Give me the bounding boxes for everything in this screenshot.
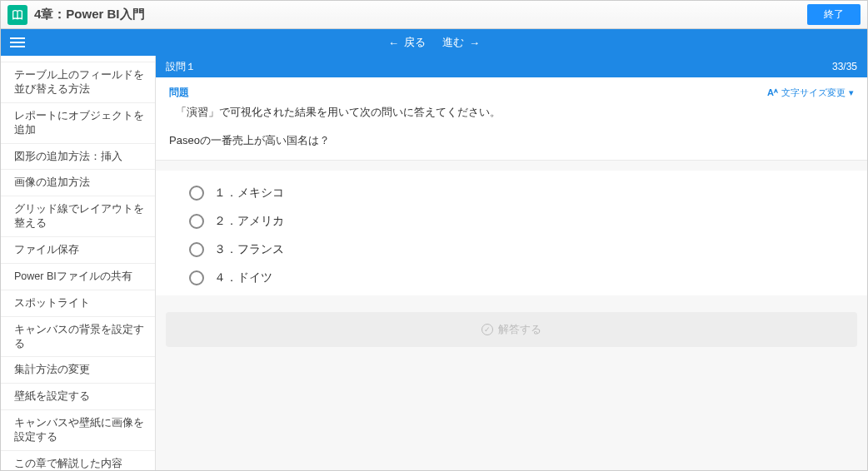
sidebar-item-label: ファイル保存 (14, 244, 79, 255)
titlebar: 4章：Power BI入門 終了 (1, 1, 867, 29)
nav-center: ← 戻る 進む → (388, 35, 480, 50)
sidebar-item[interactable]: 集計方法の変更 (1, 357, 155, 384)
option-label: １．メキシコ (214, 186, 284, 201)
sidebar-item[interactable]: キャンバスの背景を設定する (1, 317, 155, 358)
chevron-down-icon: ▾ (849, 87, 854, 98)
arrow-right-icon[interactable]: → (469, 37, 480, 49)
question-head: 問題 Aᴬ 文字サイズ変更 ▾ (169, 86, 854, 100)
sidebar-item-label: Power BIファイルの共有 (14, 270, 132, 282)
option-label: ３．フランス (214, 242, 284, 257)
answer-button-label: 解答する (498, 322, 541, 337)
sidebar-item-label: キャンバスや壁紙に画像を設定する (14, 417, 144, 443)
sidebar-item-label: グリッド線でレイアウトを整える (14, 203, 144, 229)
sidebar-item-label: 画像の追加方法 (14, 176, 90, 188)
sidebar-item[interactable]: キャンバスや壁紙に画像を設定する (1, 410, 155, 451)
hamburger-icon (10, 42, 25, 43)
question-prompt: 「演習」で可視化された結果を用いて次の問いに答えてください。 (176, 105, 854, 120)
radio-icon (189, 214, 204, 229)
option[interactable]: ２．アメリカ (189, 207, 861, 236)
sidebar-item[interactable]: 画像の追加方法 (1, 170, 155, 196)
text-size-icon: Aᴬ (767, 87, 778, 98)
text-size-toggle[interactable]: Aᴬ 文字サイズ変更 ▾ (767, 87, 854, 99)
option[interactable]: １．メキシコ (189, 179, 861, 207)
sidebar-item-label: この章で解説した内容 (14, 458, 122, 469)
sidebar-item-label: 集計方法の変更 (14, 364, 90, 375)
radio-icon (189, 270, 204, 285)
sidebar-item[interactable]: スポットライト (1, 290, 155, 317)
sidebar-item[interactable]: ファイル保存 (1, 237, 155, 264)
question-progress-bar: 設問１ 33/35 (156, 56, 867, 77)
sidebar-item-label: テーブル上のフィールドを並び替える方法 (14, 69, 144, 95)
sidebar-item[interactable]: レポートにオブジェクトを追加 (1, 103, 155, 144)
page-title: 4章：Power BI入門 (34, 7, 807, 22)
nav-forward-label[interactable]: 進む (442, 35, 464, 50)
sidebar-item-label: キャンバスの背景を設定する (14, 324, 144, 350)
text-size-label: 文字サイズ変更 (781, 87, 846, 99)
option-label: ２．アメリカ (214, 214, 284, 229)
question-section-label: 問題 (169, 86, 767, 100)
sidebar-item-label: 図形の追加方法：挿入 (14, 151, 122, 162)
option-label: ４．ドイツ (214, 270, 272, 285)
sidebar-item-label: レポートにオブジェクトを追加 (14, 110, 144, 136)
navbar: ← 戻る 進む → (1, 29, 867, 56)
answer-button-wrap: ✓ 解答する (166, 312, 857, 347)
end-button[interactable]: 終了 (807, 4, 861, 25)
hamburger-menu[interactable] (1, 29, 34, 56)
check-icon: ✓ (481, 324, 493, 335)
nav-back-label[interactable]: 戻る (404, 35, 426, 50)
option[interactable]: ３．フランス (189, 236, 861, 264)
question-progress: 33/35 (832, 61, 857, 72)
sidebar-item[interactable]: グリッド線でレイアウトを整える (1, 196, 155, 237)
options-list: １．メキシコ２．アメリカ３．フランス４．ドイツ (156, 171, 867, 295)
sidebar-item-label: テーブルの列幅の説明 (14, 57, 122, 62)
radio-icon (189, 242, 204, 257)
sidebar-item[interactable]: Power BIファイルの共有 (1, 264, 155, 290)
sidebar-item[interactable]: テーブルの列幅の説明 (1, 56, 155, 62)
arrow-left-icon[interactable]: ← (388, 37, 399, 49)
answer-button[interactable]: ✓ 解答する (166, 312, 857, 347)
book-icon (7, 5, 27, 25)
sidebar-item[interactable]: 壁紙を設定する (1, 384, 155, 410)
sidebar-item[interactable]: テーブル上のフィールドを並び替える方法 (1, 62, 155, 103)
content: 設問１ 33/35 問題 Aᴬ 文字サイズ変更 ▾ 「演習」で可視化された結果を… (156, 56, 867, 470)
sidebar-item[interactable]: 図形の追加方法：挿入 (1, 144, 155, 171)
sidebar-item-label: スポットライト (14, 297, 90, 309)
question-card: 問題 Aᴬ 文字サイズ変更 ▾ 「演習」で可視化された結果を用いて次の問いに答え… (156, 77, 867, 161)
sidebar-item-label: 壁紙を設定する (14, 390, 90, 402)
question-sub-prompt: Paseoの一番売上が高い国名は？ (169, 133, 854, 148)
option[interactable]: ４．ドイツ (189, 264, 861, 292)
sidebar-item[interactable]: この章で解説した内容 (1, 451, 155, 470)
radio-icon (189, 186, 204, 201)
question-number: 設問１ (166, 60, 832, 74)
main: テーブルの列幅の説明テーブル上のフィールドを並び替える方法レポートにオブジェクト… (1, 56, 867, 470)
sidebar[interactable]: テーブルの列幅の説明テーブル上のフィールドを並び替える方法レポートにオブジェクト… (1, 56, 156, 470)
